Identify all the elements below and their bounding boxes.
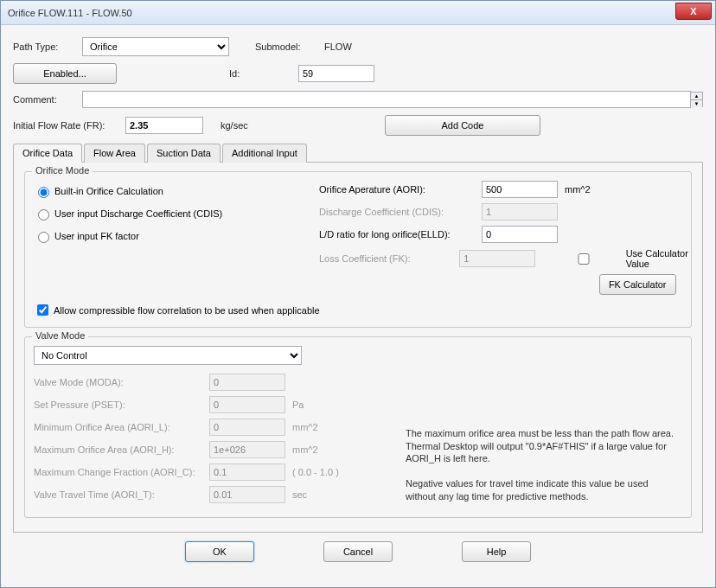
aori-unit: mm^2 <box>565 184 591 195</box>
aori-l-label: Minimum Orifice Area (AORI_L): <box>34 422 202 432</box>
titlebar: Orifice FLOW.111 - FLOW.50 X <box>1 1 715 25</box>
add-code-button[interactable]: Add Code <box>385 115 540 136</box>
dialog-window: Orifice FLOW.111 - FLOW.50 X Path Type: … <box>0 0 716 588</box>
radio-builtin[interactable] <box>38 187 49 198</box>
compressible-label: Allow compressible flow correlation to b… <box>54 305 320 316</box>
aori-l-unit: mm^2 <box>292 422 318 432</box>
orifice-mode-legend: Orifice Mode <box>32 165 93 176</box>
aori-c-hint: ( 0.0 - 1.0 ) <box>292 467 339 477</box>
valve-mode-legend: Valve Mode <box>32 330 88 341</box>
aori-t-label: Valve Travel Time (AORI_T): <box>34 489 202 500</box>
tab-panel-orifice-data: Orifice Mode Built-in Orifice Calculatio… <box>13 162 703 533</box>
comment-input[interactable] <box>82 91 691 108</box>
use-calculator-label: Use Calculator Value <box>626 248 702 269</box>
help-text-travel-time: Negative values for travel time indicate… <box>406 477 674 503</box>
aori-c-input <box>209 463 285 481</box>
tab-additional-input[interactable]: Additional Input <box>222 144 307 163</box>
cdis-label: Discharge Coefficient (CDIS): <box>319 207 475 217</box>
comment-spinner[interactable]: ▲ ▼ <box>691 92 703 107</box>
aori-l-input <box>209 419 285 436</box>
close-icon: X <box>690 6 696 16</box>
radio-fk[interactable] <box>38 232 49 243</box>
pset-unit: Pa <box>292 399 304 410</box>
submodel-value: FLOW <box>324 42 352 52</box>
moda-label: Valve Mode (MODA): <box>34 377 202 387</box>
orifice-mode-group: Orifice Mode Built-in Orifice Calculatio… <box>24 171 692 328</box>
tab-flow-area[interactable]: Flow Area <box>84 144 145 163</box>
close-button[interactable]: X <box>675 3 712 20</box>
valve-mode-group: Valve Mode No Control Valve Mode (MODA):… <box>24 336 692 518</box>
radio-cds[interactable] <box>38 209 49 220</box>
valve-mode-select[interactable]: No Control <box>34 346 302 365</box>
compressible-checkbox[interactable] <box>37 304 48 316</box>
enabled-button[interactable]: Enabled... <box>13 63 117 84</box>
help-text-max-area: The maximum orifice area must be less th… <box>406 427 674 466</box>
spinner-up-icon[interactable]: ▲ <box>691 93 702 100</box>
comment-label: Comment: <box>13 94 82 105</box>
aori-t-unit: sec <box>292 489 307 500</box>
window-title: Orifice FLOW.111 - FLOW.50 <box>1 8 132 18</box>
fk-input <box>459 250 535 267</box>
ifr-input[interactable] <box>125 117 203 134</box>
fk-calculator-button[interactable]: FK Calculator <box>599 274 676 295</box>
aori-c-label: Maximum Change Fraction (AORI_C): <box>34 467 202 477</box>
tab-suction-data[interactable]: Suction Data <box>147 144 221 163</box>
aori-t-input <box>209 486 285 503</box>
moda-input <box>209 374 285 391</box>
ifr-label: Initial Flow Rate (FR): <box>13 120 125 131</box>
radio-cds-label: User input Discharge Coefficient (CDIS) <box>54 208 222 219</box>
radio-fk-label: User input FK factor <box>54 231 139 241</box>
id-label: Id: <box>229 68 298 79</box>
pset-label: Set Pressure (PSET): <box>34 399 202 410</box>
tabstrip: Orifice Data Flow Area Suction Data Addi… <box>13 144 703 163</box>
dialog-button-bar: OK Cancel Help <box>13 533 703 569</box>
tab-orifice-data[interactable]: Orifice Data <box>13 144 82 163</box>
path-type-select[interactable]: Orifice <box>82 37 229 56</box>
aori-h-input <box>209 441 285 458</box>
id-input[interactable] <box>298 65 374 82</box>
use-calculator-checkbox[interactable] <box>551 253 616 265</box>
aori-input[interactable] <box>482 181 558 198</box>
elld-label: L/D ratio for long orifice(ELLD): <box>319 229 475 240</box>
spinner-down-icon[interactable]: ▼ <box>691 100 702 107</box>
pset-input <box>209 396 285 413</box>
ok-button[interactable]: OK <box>185 541 254 562</box>
path-type-label: Path Type: <box>13 42 82 52</box>
aori-label: Orifice Aperature (AORI): <box>319 184 475 195</box>
elld-input[interactable] <box>482 226 558 243</box>
help-button[interactable]: Help <box>462 541 531 562</box>
cancel-button[interactable]: Cancel <box>323 541 393 562</box>
fk-label: Loss Coefficient (FK): <box>319 253 452 264</box>
dialog-content: Path Type: Orifice Submodel: FLOW Enable… <box>1 25 715 587</box>
aori-h-label: Maximum Orifice Area (AORI_H): <box>34 444 202 455</box>
aori-h-unit: mm^2 <box>292 444 318 455</box>
cdis-input <box>482 203 558 220</box>
ifr-unit: kg/sec <box>221 120 272 131</box>
radio-builtin-label: Built-in Orifice Calculation <box>54 186 163 196</box>
submodel-label: Submodel: <box>255 42 324 52</box>
